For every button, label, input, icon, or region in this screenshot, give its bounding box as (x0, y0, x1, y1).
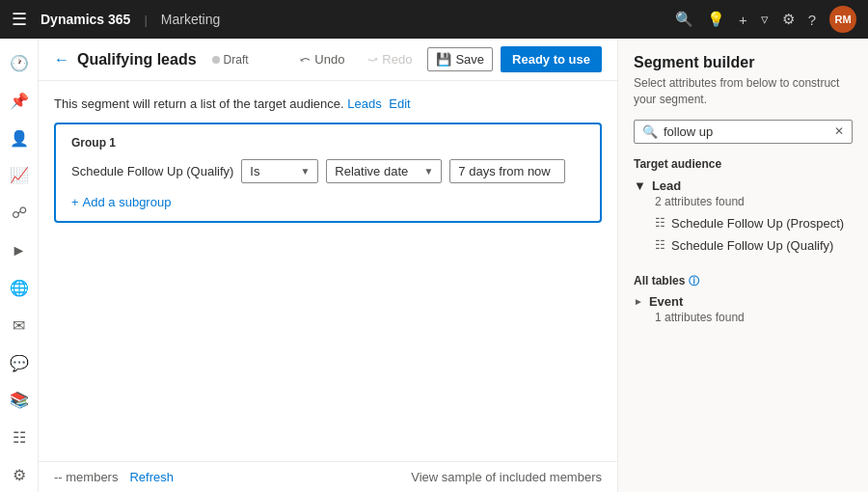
search-icon: 🔍 (642, 124, 658, 139)
all-tables-label: All tables ⓘ (634, 274, 853, 288)
status-label: Draft (224, 53, 249, 67)
view-sample-link[interactable]: View sample of included members (411, 470, 602, 484)
group-label: Group 1 (71, 136, 584, 150)
members-count: -- members (54, 470, 118, 484)
sidebar-item-settings2[interactable]: ⚙ (2, 458, 37, 492)
sidebar: 🕐 📌 👤 📈 ☍ ► 🌐 ✉ 💬 📚 ☷ ⚙ (0, 39, 39, 492)
redo-icon: ⤻ (367, 52, 378, 67)
filter-icon[interactable]: ▿ (761, 11, 769, 28)
operator-chevron: ▼ (300, 166, 310, 177)
save-label: Save (455, 52, 484, 67)
date-value-field[interactable]: 7 days from now (449, 159, 565, 183)
redo-label: Redo (382, 52, 412, 67)
attr-item[interactable]: ☷ Schedule Follow Up (Prospect) (634, 212, 853, 234)
event-entity-count: 1 attributes found (655, 311, 853, 324)
condition-field: Schedule Follow Up (Qualify) (71, 164, 233, 178)
operator-value: Is (250, 164, 259, 178)
toolbar-right: ⤺ Undo ⤻ Redo 💾 Save Ready to use (292, 46, 602, 72)
attr-icon: ☷ (655, 216, 665, 230)
sidebar-item-pin[interactable]: 📌 (2, 84, 37, 118)
audience-label: Target audience (634, 157, 853, 171)
back-button[interactable]: ← (54, 51, 69, 68)
search-box: 🔍 ✕ (634, 120, 853, 144)
help-icon[interactable]: ? (808, 12, 816, 28)
sidebar-item-recent[interactable]: 🕐 (2, 46, 37, 80)
sidebar-item-globe[interactable]: 🌐 (2, 271, 37, 305)
group-box: Group 1 Schedule Follow Up (Qualify) Is … (54, 123, 602, 223)
attr-item[interactable]: ☷ Schedule Follow Up (Qualify) (634, 234, 853, 257)
hamburger-icon[interactable]: ☰ (12, 9, 27, 30)
panel-title: Segment builder (634, 54, 853, 71)
date-type-value: Relative date (335, 164, 408, 178)
date-type-dropdown[interactable]: Relative date ▼ (326, 159, 442, 183)
sidebar-item-grid[interactable]: ☷ (2, 421, 37, 454)
add-subgroup-label: Add a subgroup (83, 195, 172, 209)
sidebar-item-chat[interactable]: 💬 (2, 346, 37, 380)
lead-chevron-icon: ▼ (634, 178, 646, 193)
sidebar-item-book[interactable]: 📚 (2, 383, 37, 417)
attr-icon: ☷ (655, 238, 665, 252)
topbar: ☰ Dynamics 365 | Marketing 🔍 💡 + ▿ ⚙ ? R… (0, 0, 868, 39)
add-subgroup-button[interactable]: + Add a subgroup (71, 195, 171, 209)
secondary-toolbar: ← Qualifying leads Draft ⤺ Undo ⤻ Redo 💾… (39, 39, 617, 81)
page-title: Qualifying leads (77, 51, 197, 68)
footer: -- members Refresh View sample of includ… (39, 461, 617, 492)
lead-entity-count: 2 attributes found (655, 195, 853, 208)
sidebar-item-email[interactable]: ✉ (2, 309, 37, 342)
app-name: Dynamics 365 (41, 12, 130, 27)
avatar[interactable]: RM (829, 6, 856, 33)
save-button[interactable]: 💾 Save (427, 47, 493, 71)
event-entity-header[interactable]: ► Event (634, 294, 853, 309)
search-input[interactable] (664, 124, 828, 139)
lead-entity-header[interactable]: ▼ Lead (634, 178, 853, 193)
event-chevron-icon: ► (634, 296, 643, 307)
info-text: This segment will return a list of the t… (54, 96, 344, 111)
search-icon[interactable]: 🔍 (675, 11, 693, 28)
info-icon[interactable]: ⓘ (689, 274, 699, 288)
panel-subtitle: Select attributes from below to construc… (634, 75, 853, 108)
info-bar: This segment will return a list of the t… (54, 96, 602, 111)
plus-icon: + (71, 195, 79, 209)
sidebar-item-arrow[interactable]: ► (2, 233, 37, 267)
edit-link[interactable]: Edit (389, 96, 410, 111)
undo-button[interactable]: ⤺ Undo (292, 48, 352, 70)
content-area: ← Qualifying leads Draft ⤺ Undo ⤻ Redo 💾… (39, 39, 617, 492)
segment-content: This segment will return a list of the t… (39, 81, 617, 461)
lead-entity-section: ▼ Lead 2 attributes found ☷ Schedule Fol… (634, 178, 853, 257)
lightbulb-icon[interactable]: 💡 (707, 11, 725, 28)
search-clear-icon[interactable]: ✕ (834, 124, 844, 138)
entity-link[interactable]: Leads (347, 96, 381, 111)
topbar-icons: 🔍 💡 + ▿ ⚙ ? RM (675, 6, 856, 33)
ready-label: Ready to use (512, 52, 590, 67)
date-type-chevron: ▼ (423, 166, 433, 177)
undo-label: Undo (314, 52, 344, 67)
status-badge: Draft (212, 53, 249, 67)
condition-row: Schedule Follow Up (Qualify) Is ▼ Relati… (71, 159, 584, 183)
attr-name: Schedule Follow Up (Prospect) (671, 216, 844, 231)
right-panel: Segment builder Select attributes from b… (617, 39, 868, 492)
sidebar-item-people[interactable]: 👤 (2, 122, 37, 155)
ready-button[interactable]: Ready to use (501, 46, 602, 72)
attr-name: Schedule Follow Up (Qualify) (671, 238, 833, 253)
event-entity-section: ► Event 1 attributes found (634, 294, 853, 328)
event-entity-label: Event (649, 294, 683, 309)
lead-entity-label: Lead (652, 178, 681, 193)
plus-icon[interactable]: + (739, 12, 747, 28)
main-layout: 🕐 📌 👤 📈 ☍ ► 🌐 ✉ 💬 📚 ☷ ⚙ ← Qualifying lea… (0, 39, 868, 492)
operator-dropdown[interactable]: Is ▼ (241, 159, 318, 183)
redo-button[interactable]: ⤻ Redo (360, 48, 420, 70)
settings-icon[interactable]: ⚙ (782, 11, 795, 28)
status-dot (212, 56, 220, 64)
sidebar-item-segment[interactable]: ☍ (2, 196, 37, 230)
module-name: Marketing (161, 12, 220, 27)
undo-icon: ⤺ (300, 52, 311, 67)
save-icon: 💾 (436, 52, 451, 67)
refresh-link[interactable]: Refresh (129, 470, 174, 484)
sidebar-item-chart[interactable]: 📈 (2, 158, 37, 192)
